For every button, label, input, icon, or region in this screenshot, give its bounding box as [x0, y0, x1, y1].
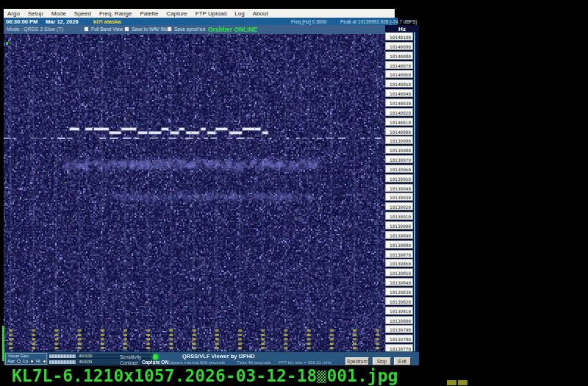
freq-label-10139970: 10139970: [385, 155, 413, 163]
radio-label-lo: Lo: [23, 359, 28, 363]
radio-hi[interactable]: [43, 360, 46, 363]
contrast-slider-fill: [49, 360, 76, 364]
menu-speed[interactable]: Speed: [74, 10, 91, 17]
menu-capture[interactable]: Capture: [166, 10, 187, 17]
sensitivity-slider-fill: [49, 354, 76, 358]
contrast-value: 40/100: [79, 360, 92, 364]
freq-label-10139810: 10139810: [385, 307, 413, 315]
freq-readout: Freq [Hz] 0.3000: [291, 19, 326, 24]
filename-prefix: KL7L-6.1210x1057.2026-03-12-18: [12, 366, 317, 385]
taskbar-fragment-left: [447, 380, 456, 385]
ticks-label: Ticks 40 seconds: [237, 360, 270, 365]
scale-edge-line: [414, 32, 415, 353]
freq-label-10139940: 10139940: [385, 184, 413, 192]
peak-readout: Peak at 10139992.926 (-74.7 dBFS): [340, 19, 417, 24]
freq-label-10139900: 10139900: [385, 221, 413, 229]
freq-label-10139860: 10139860: [385, 259, 413, 267]
clock-time: 06:30:00 PM: [6, 18, 37, 25]
freq-label-10140070: 10140070: [385, 61, 413, 69]
radio-label-hi: Hi: [36, 359, 40, 363]
status-bar: 06:30:00 PM Mar 12, 2026 kl7l alaska Fre…: [4, 18, 398, 25]
radio-lo[interactable]: [30, 360, 34, 363]
menu-bar: ArgoSetupModeSpeedFreq. RangePaletteCapt…: [4, 9, 395, 18]
checkbox-save-synch-ed[interactable]: Save synch'ed: [167, 26, 205, 32]
exit-button[interactable]: Exit: [394, 357, 411, 365]
checkbox-save-to-wav-file[interactable]: Save to WAV file: [124, 26, 167, 32]
checkbox-label: Save synch'ed: [174, 26, 205, 32]
bottom-control-bar: Visual Gain AgcLoHi 40/100 40/100 Sensit…: [4, 351, 419, 365]
checkbox-label: Save to WAV file: [132, 26, 167, 32]
checkbox-box-icon[interactable]: [124, 26, 129, 32]
clock-date: Mar 12, 2026: [46, 18, 79, 25]
freq-label-10140000: 10140000: [385, 127, 413, 135]
freq-label-10139890: 10139890: [385, 231, 413, 239]
text-cursor-block: [317, 371, 326, 383]
menu-ftp-upload[interactable]: FTP Upload: [196, 10, 227, 17]
spectrum-button[interactable]: Spectrum: [345, 357, 369, 365]
scan-start-dot: [6, 42, 8, 45]
menu-mode[interactable]: Mode: [51, 10, 66, 17]
freq-label-10139990: 10139990: [385, 136, 413, 144]
freq-label-10139820: 10139820: [385, 297, 413, 305]
tool-row: Mode : QRSS 3 Slow (T) Grabber ONLINE Fu…: [4, 25, 385, 34]
stop-button[interactable]: Stop: [373, 357, 391, 365]
grabber-status: Grabber ONLINE: [208, 26, 258, 33]
frequency-scale: 1014010010140090101400801014007010140060…: [385, 34, 419, 351]
freq-label-10140040: 10140040: [385, 89, 413, 97]
freq-label-10139800: 10139800: [385, 316, 413, 324]
menu-setup[interactable]: Setup: [28, 10, 43, 17]
capture-state: Capture ON: [142, 360, 168, 365]
freq-label-10139870: 10139870: [385, 250, 413, 258]
checkbox-box-icon[interactable]: [84, 26, 89, 32]
freq-label-10139830: 10139830: [385, 287, 413, 296]
menu-log[interactable]: Log: [234, 10, 244, 17]
checkbox-label: Full Band View: [91, 26, 123, 32]
argo-app-window: ArgoSetupModeSpeedFreq. RangePaletteCapt…: [4, 9, 419, 365]
freq-label-10139920: 10139920: [385, 202, 413, 210]
freq-label-10140080: 10140080: [385, 51, 413, 60]
fft-bin-label: FFT bin size = 366.21 mHz: [279, 360, 331, 365]
menu-argo[interactable]: Argo: [7, 10, 20, 17]
radio-label-agc: Agc: [7, 359, 15, 363]
freq-label-10140030: 10140030: [385, 99, 413, 107]
scan-cursor-line: [2, 326, 4, 361]
capture-led-icon: [153, 354, 158, 360]
freq-label-10139780: 10139780: [385, 335, 413, 343]
freq-label-10139950: 10139950: [385, 174, 413, 182]
sensitivity-value: 40/100: [79, 354, 92, 358]
contrast-label: Contrast: [120, 360, 138, 365]
freq-label-10139910: 10139910: [385, 212, 413, 220]
taskbar-fragment-right: [458, 380, 467, 385]
freq-label-10139930: 10139930: [385, 193, 413, 201]
spectrogram-area[interactable]: [4, 34, 385, 351]
menu-freq-range[interactable]: Freq. Range: [99, 10, 132, 17]
freq-label-10140060: 10140060: [385, 70, 413, 78]
screen: ArgoSetupModeSpeedFreq. RangePaletteCapt…: [0, 0, 588, 386]
freq-label-10140020: 10140020: [385, 108, 413, 116]
callsign-label: kl7l alaska: [93, 18, 121, 25]
visual-gain-group: Visual Gain AgcLoHi: [5, 353, 47, 365]
freq-label-10139880: 10139880: [385, 240, 413, 249]
radio-agc-selected[interactable]: [17, 360, 21, 363]
freq-label-10139850: 10139850: [385, 268, 413, 276]
filename-suffix: 001.jpg: [326, 366, 398, 385]
app-title: QRSS/VLF Viewer by I2PHD: [182, 353, 255, 360]
visual-gain-label: Visual Gain: [8, 354, 29, 358]
freq-label-10140090: 10140090: [385, 42, 413, 50]
freq-label-10140100: 10140100: [385, 32, 413, 40]
spectrogram-canvas[interactable]: [4, 34, 385, 351]
visual-gain-options: AgcLoHi: [7, 359, 46, 363]
freq-label-10140010: 10140010: [385, 118, 413, 126]
sensitivity-label: Sensitivity: [120, 354, 141, 360]
checkbox-full-band-view[interactable]: Full Band View: [84, 26, 123, 32]
freq-label-10140050: 10140050: [385, 79, 413, 87]
freq-label-10139960: 10139960: [385, 165, 413, 173]
freq-label-10139980: 10139980: [385, 146, 413, 154]
menu-about[interactable]: About: [253, 10, 268, 17]
menu-palette[interactable]: Palette: [140, 10, 158, 17]
checkbox-box-icon[interactable]: [167, 26, 172, 32]
freq-label-10139840: 10139840: [385, 278, 413, 286]
freq-label-10139790: 10139790: [385, 325, 413, 333]
mode-label: Mode : QRSS 3 Slow (T): [7, 26, 63, 32]
capture-interval-label: Capture interval 600 seconds: [168, 360, 225, 365]
